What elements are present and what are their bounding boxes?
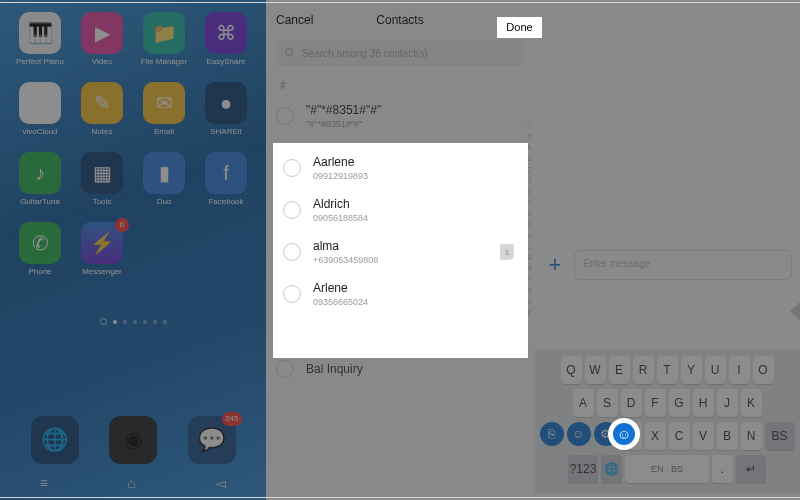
app-duo[interactable]: ▮Duo	[134, 152, 194, 206]
key-j[interactable]: J	[717, 389, 738, 417]
dock-browser[interactable]: 🌐	[31, 416, 79, 464]
contact-phone: +639053459808	[313, 255, 378, 265]
app-video[interactable]: ▶Video	[72, 12, 132, 66]
backspace-key[interactable]: BS	[765, 422, 795, 450]
app-perfect-piano[interactable]: 🎹Perfect Piano	[10, 12, 70, 66]
contact-phone: 09056188584	[313, 213, 368, 223]
radio-unchecked-icon[interactable]	[283, 201, 301, 219]
home-screen: 🎹Perfect Piano▶Video📁File Manager⌘EasySh…	[0, 0, 266, 500]
contact-row[interactable]: Arlene09356665024	[273, 273, 528, 315]
android-navbar: ≡ ⌂ ◅	[0, 472, 266, 494]
contact-name: Arlene	[313, 281, 368, 295]
page-title: Contacts	[266, 13, 534, 27]
app-icon: ✉	[143, 82, 185, 124]
page-indicator	[0, 310, 266, 328]
app-icon: ✆	[19, 222, 61, 264]
camera-icon: ◉	[124, 427, 143, 453]
key-o[interactable]: O	[753, 356, 774, 384]
key-t[interactable]: T	[657, 356, 678, 384]
key-b[interactable]: B	[717, 422, 738, 450]
app-label: Duo	[157, 197, 172, 206]
key-k[interactable]: K	[741, 389, 762, 417]
app-messenger[interactable]: ⚡6Messenger	[72, 222, 132, 276]
radio-unchecked-icon[interactable]	[276, 107, 294, 125]
nav-recent-icon[interactable]: ≡	[40, 475, 48, 491]
radio-unchecked-icon[interactable]	[283, 243, 301, 261]
app-icon: f	[205, 152, 247, 194]
highlighted-contacts: Aarlene09912919893Aldrich09056188584alma…	[273, 143, 528, 358]
key-y[interactable]: Y	[681, 356, 702, 384]
compose-screen: + Enter message QWERTYUIO ASDFGHJK ⎘☺⚙ZX…	[534, 0, 800, 500]
app-tools[interactable]: ▦Tools	[72, 152, 132, 206]
app-label: Tools	[93, 197, 112, 206]
app-easyshare[interactable]: ⌘EasyShare	[196, 12, 256, 66]
add-attachment-button[interactable]: +	[542, 252, 568, 278]
app-facebook[interactable]: fFacebook	[196, 152, 256, 206]
radio-unchecked-icon[interactable]	[276, 360, 294, 378]
app-icon: ▶	[81, 12, 123, 54]
contact-row[interactable]: alma+6390534598081	[273, 231, 528, 273]
key-u[interactable]: U	[705, 356, 726, 384]
app-file-manager[interactable]: 📁File Manager	[134, 12, 194, 66]
search-input[interactable]: Search among 36 contact(s)	[276, 40, 524, 66]
browser-icon: 🌐	[41, 427, 68, 453]
app-label: File Manager	[141, 57, 188, 66]
app-phone[interactable]: ✆Phone	[10, 222, 70, 276]
app-guitartuna[interactable]: ♪GuitarTuna	[10, 152, 70, 206]
dock-camera[interactable]: ◉	[109, 416, 157, 464]
key-n[interactable]: N	[741, 422, 762, 450]
app-shareit[interactable]: ●SHAREit	[196, 82, 256, 136]
key-c[interactable]: C	[669, 422, 690, 450]
app-icon: ▮	[143, 152, 185, 194]
symbols-key[interactable]: ?123	[568, 455, 598, 483]
app-label: GuitarTuna	[20, 197, 60, 206]
nav-back-icon[interactable]: ◅	[215, 475, 226, 491]
dock-messages[interactable]: 💬245	[188, 416, 236, 464]
contact-row[interactable]: "#"*#8351#"#" "#"*#8351#"#"	[266, 95, 534, 137]
contact-row[interactable]: Aldrich09056188584	[273, 189, 528, 231]
search-icon	[284, 47, 296, 59]
key-i[interactable]: I	[729, 356, 750, 384]
message-input[interactable]: Enter message	[574, 250, 792, 280]
key-a[interactable]: A	[573, 389, 594, 417]
key-g[interactable]: G	[669, 389, 690, 417]
radio-unchecked-icon[interactable]	[283, 159, 301, 177]
app-label: Notes	[92, 127, 113, 136]
contact-row[interactable]: Aarlene09912919893	[273, 147, 528, 189]
key-v[interactable]: V	[693, 422, 714, 450]
clipboard-key[interactable]: ⎘	[540, 422, 564, 446]
enter-key[interactable]: ↵	[736, 455, 766, 483]
key-r[interactable]: R	[633, 356, 654, 384]
key-h[interactable]: H	[693, 389, 714, 417]
app-label: Facebook	[208, 197, 243, 206]
app-icon: ☁	[19, 82, 61, 124]
emoji-key-highlight[interactable]: ☺	[608, 418, 640, 450]
key-e[interactable]: E	[609, 356, 630, 384]
section-header-hash: #	[280, 80, 534, 91]
key-f[interactable]: F	[645, 389, 666, 417]
contact-phone: "#"*#8351#"#"	[306, 119, 381, 129]
key-x[interactable]: X	[645, 422, 666, 450]
contact-phone: 09356665024	[313, 297, 368, 307]
globe-key[interactable]: 🌐	[601, 455, 622, 483]
emoji-key[interactable]: ☺	[567, 422, 591, 446]
nav-home-icon[interactable]: ⌂	[127, 475, 135, 491]
keyboard-collapse-handle[interactable]	[790, 302, 800, 320]
key-w[interactable]: W	[585, 356, 606, 384]
onscreen-keyboard: QWERTYUIO ASDFGHJK ⎘☺⚙ZXCVBNBS ?123🌐EN ·…	[534, 350, 800, 494]
key-d[interactable]: D	[621, 389, 642, 417]
app-notes[interactable]: ✎Notes	[72, 82, 132, 136]
done-button[interactable]: Done	[497, 17, 542, 38]
period-key[interactable]: .	[712, 455, 733, 483]
app-icon: ⌘	[205, 12, 247, 54]
spacebar-key[interactable]: EN · BS	[625, 455, 709, 483]
app-vivocloud[interactable]: ☁vivoCloud	[10, 82, 70, 136]
radio-unchecked-icon[interactable]	[283, 285, 301, 303]
app-label: Phone	[28, 267, 51, 276]
key-q[interactable]: Q	[561, 356, 582, 384]
key-s[interactable]: S	[597, 389, 618, 417]
svg-point-0	[286, 49, 293, 56]
app-email[interactable]: ✉Email	[134, 82, 194, 136]
app-label: EasyShare	[206, 57, 245, 66]
app-label: vivoCloud	[22, 127, 57, 136]
